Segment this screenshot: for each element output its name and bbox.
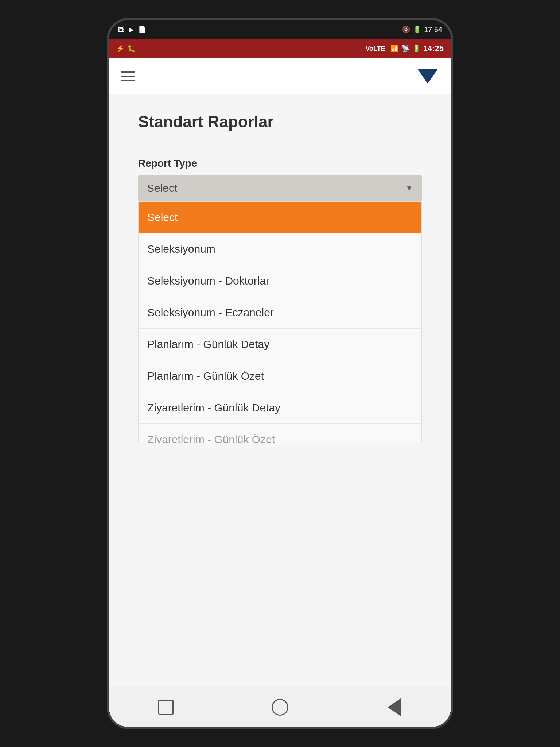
recent-apps-button[interactable] [155, 696, 177, 718]
bug-icon: 🐛 [127, 44, 135, 53]
dropdown-option-select[interactable]: Select [139, 202, 421, 233]
app-nav-bar [109, 58, 451, 94]
device-frame: 🖼 ▶ 📄 ··· 🔇 🔋 17:54 ⚡ 🐛 VoLTE 📶 📡 🔋 14:2… [107, 18, 453, 729]
file-icon: 📄 [138, 26, 146, 34]
report-type-label: Report Type [138, 158, 422, 169]
dropdown-option-planlarim-detay[interactable]: Planlarım - Günlük Detay [139, 329, 421, 360]
volte-label: VoLTE [365, 45, 385, 53]
home-button[interactable] [269, 696, 291, 718]
system-status-bar: 🖼 ▶ 📄 ··· 🔇 🔋 17:54 [109, 20, 451, 39]
app-container: ⚡ 🐛 VoLTE 📶 📡 🔋 14:25 Standart Raporl [109, 39, 451, 727]
usb-icon: ⚡ [116, 44, 124, 53]
dropdown-list: Select Seleksiyonum Seleksiyonum - Dokto… [138, 201, 422, 443]
app-logo [416, 65, 439, 88]
page-title: Standart Raporlar [138, 113, 422, 131]
dropdown-option-ziyaretlerim-detay[interactable]: Ziyaretlerim - Günlük Detay [139, 392, 421, 424]
system-bar-right: 🔇 🔋 17:54 [402, 26, 442, 34]
dropdown-option-ziyaretlerim-ozet[interactable]: Ziyaretlerim - Günlük Özet [139, 424, 421, 443]
back-icon [388, 698, 401, 716]
report-type-dropdown[interactable]: Select ▼ [138, 175, 422, 201]
dropdown-option-seleksiyonum[interactable]: Seleksiyonum [139, 233, 421, 265]
more-icon: ··· [151, 26, 156, 34]
dropdown-option-planlarim-ozet[interactable]: Planlarım - Günlük Özet [139, 360, 421, 392]
home-icon [272, 699, 288, 716]
recent-apps-icon [158, 700, 174, 715]
battery-icon: 🔋 [413, 26, 421, 34]
dropdown-selected-value: Select [147, 182, 177, 194]
system-bar-left: 🖼 ▶ 📄 ··· [118, 26, 156, 34]
signal-icon: 📡 [401, 44, 409, 53]
app-time: 14:25 [423, 44, 444, 53]
back-button[interactable] [383, 696, 405, 718]
app-status-bar: ⚡ 🐛 VoLTE 📶 📡 🔋 14:25 [109, 39, 451, 58]
dropdown-option-seleksiyonum-eczaneler[interactable]: Seleksiyonum - Eczaneler [139, 297, 421, 329]
play-icon: ▶ [129, 26, 134, 34]
system-time: 17:54 [424, 26, 442, 34]
title-divider [138, 140, 422, 140]
battery-status-icon: 🔋 [412, 44, 420, 53]
photo-icon: 🖼 [118, 26, 124, 34]
mute-icon: 🔇 [402, 26, 410, 34]
main-content: Standart Raporlar Report Type Select ▼ S… [109, 94, 451, 687]
hamburger-button[interactable] [121, 71, 135, 81]
bottom-nav-bar [109, 687, 451, 727]
dropdown-option-seleksiyonum-doktorlar[interactable]: Seleksiyonum - Doktorlar [139, 265, 421, 297]
svg-marker-0 [417, 69, 438, 84]
dropdown-arrow-icon: ▼ [405, 183, 413, 193]
wifi-icon: 📶 [390, 44, 398, 53]
